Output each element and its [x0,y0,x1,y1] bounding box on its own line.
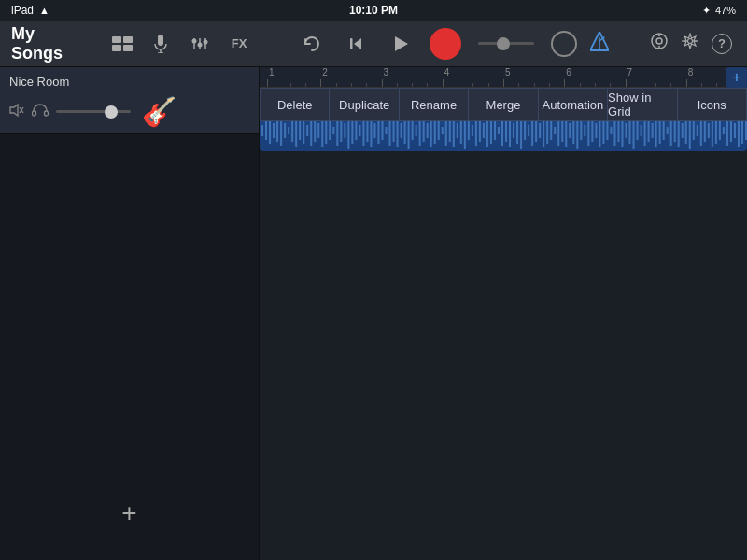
svg-rect-29 [261,125,263,136]
svg-rect-57 [366,119,368,142]
svg-rect-82 [460,118,462,144]
toolbar: My Songs [0,21,747,67]
svg-rect-76 [438,121,440,140]
ruler-tick [427,83,428,87]
svg-rect-157 [741,118,743,144]
ruler-tick [488,83,489,87]
svg-rect-109 [561,119,563,142]
track-volume-slider[interactable] [56,110,131,113]
svg-rect-151 [719,121,721,140]
svg-rect-111 [569,123,571,138]
svg-rect-37 [291,119,293,142]
svg-rect-27 [33,111,36,116]
help-button[interactable]: ? [712,34,732,54]
svg-rect-72 [423,119,425,142]
svg-rect-92 [498,127,500,134]
delete-menu-item[interactable]: Delete [261,89,330,120]
ruler-tick [290,83,291,87]
tuner-button[interactable] [650,32,669,55]
undo-button[interactable] [295,28,327,60]
main-area: Nice Room [0,67,747,560]
record-button[interactable] [430,28,461,60]
svg-rect-136 [663,121,665,140]
ruler-tick [397,83,398,87]
show-in-grid-menu-item[interactable]: Show in Grid [608,89,677,120]
svg-rect-135 [659,118,661,144]
mic-button[interactable] [146,29,176,59]
svg-rect-115 [584,125,585,136]
svg-rect-62 [386,127,388,134]
svg-rect-142 [685,118,687,144]
svg-rect-31 [269,118,271,144]
ruler-tick [336,83,337,87]
status-time: 10:10 PM [349,4,398,17]
svg-rect-33 [276,119,278,142]
icons-menu-item[interactable]: Icons [678,89,746,120]
mixer-button[interactable] [185,29,215,59]
timeline-empty-area [260,189,747,560]
svg-rect-139 [674,119,676,142]
headphones-button[interactable] [32,104,49,119]
rename-menu-item[interactable]: Rename [400,89,469,120]
svg-rect-75 [434,118,436,144]
metronome-button[interactable] [590,32,609,56]
svg-rect-144 [693,121,695,140]
fx-button[interactable]: FX [224,29,254,59]
svg-rect-47 [329,121,331,140]
add-track-icon: + [121,498,136,528]
ruler-mark-5: 5 [503,67,511,87]
tempo-slider[interactable] [478,42,534,45]
ruler-tick [655,83,656,87]
svg-rect-14 [350,38,353,49]
tracks-view-button[interactable] [107,29,137,59]
ruler-tick [580,83,581,87]
svg-rect-77 [442,127,444,134]
svg-rect-126 [626,123,627,138]
svg-rect-55 [359,125,360,136]
track-list: Nice Room [0,67,260,560]
context-menu: Delete Duplicate Rename Merge Automation… [260,88,747,121]
svg-rect-1 [123,36,133,43]
ruler-mark-1: 1 [267,67,275,87]
svg-rect-155 [734,123,736,138]
add-track-button[interactable]: + [111,495,148,532]
svg-rect-66 [401,123,402,138]
play-button[interactable] [385,28,416,60]
svg-rect-114 [580,121,582,140]
svg-rect-30 [265,121,267,140]
svg-rect-81 [457,123,458,138]
svg-rect-120 [602,118,604,144]
status-bar: iPad ▲ 10:10 PM ✦ 47% [0,0,747,21]
track-item[interactable]: Nice Room [0,67,259,134]
svg-rect-97 [516,118,518,144]
skip-back-button[interactable] [340,28,372,60]
svg-rect-121 [606,121,608,140]
svg-marker-13 [354,38,361,49]
svg-rect-87 [479,119,481,142]
svg-rect-122 [610,127,612,134]
battery-label: 47% [715,5,736,16]
settings-button[interactable] [682,33,698,54]
add-section-button[interactable]: + [726,67,747,88]
svg-rect-130 [641,125,642,136]
ruler-tick [412,83,413,87]
ruler-tick [701,83,702,87]
ruler-tick [549,83,550,87]
automation-menu-item[interactable]: Automation [539,89,608,120]
svg-rect-2 [112,45,121,51]
ruler-mark-7: 7 [626,67,633,87]
mute-button[interactable] [9,104,24,119]
svg-rect-73 [427,123,429,138]
timeline-area: 12345678 Delete Duplicate Rename Merge A… [260,67,747,560]
svg-rect-107 [554,127,556,134]
ruler-tick [458,83,458,87]
svg-rect-67 [404,118,406,144]
merge-menu-item[interactable]: Merge [469,89,538,120]
svg-rect-51 [344,123,345,138]
duplicate-menu-item[interactable]: Duplicate [330,89,399,120]
svg-rect-96 [513,123,514,138]
svg-rect-0 [112,36,121,43]
svg-rect-43 [314,119,316,142]
svg-rect-48 [332,127,334,134]
svg-rect-152 [723,127,725,134]
